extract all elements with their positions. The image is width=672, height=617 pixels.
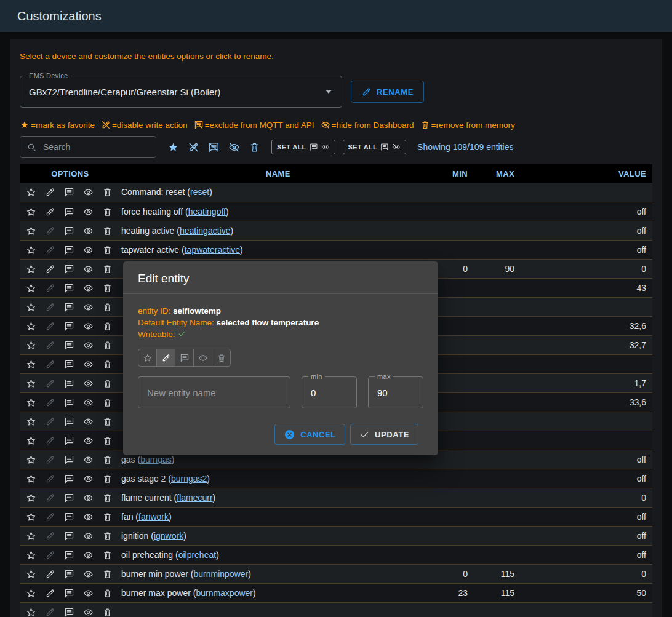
row-star-icon[interactable] (26, 416, 36, 427)
entity-shortname-link[interactable]: burnmaxpower (196, 588, 253, 598)
row-edit-icon[interactable] (45, 245, 55, 255)
row-edit-icon[interactable] (45, 550, 55, 560)
rename-button[interactable]: RENAME (351, 81, 424, 103)
row-comment-icon[interactable] (64, 359, 74, 370)
row-star-icon[interactable] (26, 264, 36, 274)
entity-shortname-link[interactable]: burnminpower (194, 569, 249, 579)
row-star-icon[interactable] (26, 245, 36, 255)
row-eye-icon[interactable] (83, 226, 94, 236)
row-edit-icon[interactable] (45, 493, 55, 503)
cancel-button[interactable]: CANCEL (274, 424, 345, 445)
max-input[interactable] (369, 388, 423, 398)
entity-shortname-link[interactable]: ignwork (154, 531, 183, 541)
update-button[interactable]: UPDATE (350, 424, 418, 445)
max-field[interactable]: max (368, 376, 423, 408)
row-comment-icon[interactable] (64, 397, 74, 408)
row-trash-icon[interactable] (102, 359, 113, 370)
row-eye-icon[interactable] (83, 359, 94, 370)
row-trash-icon[interactable] (102, 531, 113, 541)
row-comment-icon[interactable] (64, 321, 74, 332)
search-input[interactable] (42, 141, 150, 153)
row-edit-icon[interactable] (45, 302, 55, 312)
row-comment-icon[interactable] (64, 474, 74, 484)
row-star-icon[interactable] (26, 283, 36, 293)
row-eye-icon[interactable] (83, 455, 94, 465)
row-eye-icon[interactable] (83, 245, 94, 255)
row-eye-icon[interactable] (83, 607, 94, 617)
row-trash-icon[interactable] (102, 607, 113, 617)
row-eye-icon[interactable] (83, 588, 94, 599)
row-comment-icon[interactable] (64, 302, 74, 312)
toggle-edit-button[interactable] (156, 349, 175, 367)
entity-shortname-link[interactable]: heatingactive (180, 226, 231, 236)
row-trash-icon[interactable] (102, 340, 113, 351)
row-eye-icon[interactable] (83, 283, 94, 293)
row-edit-icon[interactable] (45, 588, 55, 599)
row-comment-icon[interactable] (64, 455, 74, 465)
row-trash-icon[interactable] (102, 455, 113, 465)
row-star-icon[interactable] (26, 302, 36, 312)
row-edit-icon[interactable] (45, 416, 55, 427)
row-trash-icon[interactable] (102, 416, 113, 427)
search-field[interactable] (20, 136, 156, 158)
row-edit-icon[interactable] (45, 226, 55, 236)
row-edit-icon[interactable] (45, 264, 55, 274)
row-star-icon[interactable] (26, 455, 36, 465)
row-star-icon[interactable] (26, 436, 36, 446)
min-input[interactable] (302, 388, 356, 398)
entity-shortname-link[interactable]: heatingoff (188, 207, 226, 217)
entity-shortname-link[interactable]: oilpreheat (178, 550, 217, 560)
row-trash-icon[interactable] (102, 436, 113, 446)
row-eye-icon[interactable] (83, 436, 94, 446)
entity-shortname-link[interactable]: reset (190, 187, 209, 197)
row-trash-icon[interactable] (102, 569, 113, 579)
row-star-icon[interactable] (26, 512, 36, 522)
row-eye-icon[interactable] (83, 512, 94, 522)
new-entity-name-field[interactable] (138, 376, 290, 408)
row-trash-icon[interactable] (102, 512, 113, 522)
row-trash-icon[interactable] (102, 283, 113, 293)
row-edit-icon[interactable] (45, 321, 55, 332)
row-eye-icon[interactable] (83, 264, 94, 274)
row-trash-icon[interactable] (102, 493, 113, 503)
row-trash-icon[interactable] (102, 321, 113, 332)
row-star-icon[interactable] (26, 588, 36, 599)
row-comment-icon[interactable] (64, 550, 74, 560)
row-eye-icon[interactable] (83, 321, 94, 332)
row-trash-icon[interactable] (102, 264, 113, 274)
row-star-icon[interactable] (26, 550, 36, 560)
min-field[interactable]: min (302, 376, 357, 408)
row-eye-icon[interactable] (83, 531, 94, 541)
row-eye-icon[interactable] (83, 340, 94, 351)
row-eye-icon[interactable] (83, 569, 94, 579)
row-eye-icon[interactable] (83, 493, 94, 503)
comment-off-button[interactable] (208, 141, 220, 153)
row-star-icon[interactable] (26, 340, 36, 351)
toggle-comment-button[interactable] (175, 349, 194, 367)
row-comment-icon[interactable] (64, 207, 74, 217)
row-trash-icon[interactable] (102, 588, 113, 599)
row-edit-icon[interactable] (45, 512, 55, 522)
row-edit-icon[interactable] (45, 607, 55, 617)
row-comment-icon[interactable] (64, 607, 74, 617)
row-star-icon[interactable] (26, 207, 36, 217)
row-comment-icon[interactable] (64, 340, 74, 351)
row-star-icon[interactable] (26, 226, 36, 236)
row-edit-icon[interactable] (45, 187, 55, 197)
row-eye-icon[interactable] (83, 397, 94, 408)
row-eye-icon[interactable] (83, 416, 94, 427)
row-star-icon[interactable] (26, 397, 36, 408)
row-star-icon[interactable] (26, 569, 36, 579)
row-star-icon[interactable] (26, 474, 36, 484)
row-trash-icon[interactable] (102, 207, 113, 217)
trash-button[interactable] (249, 141, 260, 153)
entity-shortname-link[interactable]: burngas2 (171, 474, 207, 484)
ems-device-select[interactable]: EMS Device GBx72/Trendline/Cerapur/Green… (20, 76, 342, 108)
row-comment-icon[interactable] (64, 416, 74, 427)
row-comment-icon[interactable] (64, 531, 74, 541)
entity-shortname-link[interactable]: tapwateractive (185, 245, 240, 255)
row-eye-icon[interactable] (83, 550, 94, 560)
row-edit-icon[interactable] (45, 436, 55, 446)
row-edit-icon[interactable] (45, 569, 55, 579)
row-trash-icon[interactable] (102, 378, 113, 389)
